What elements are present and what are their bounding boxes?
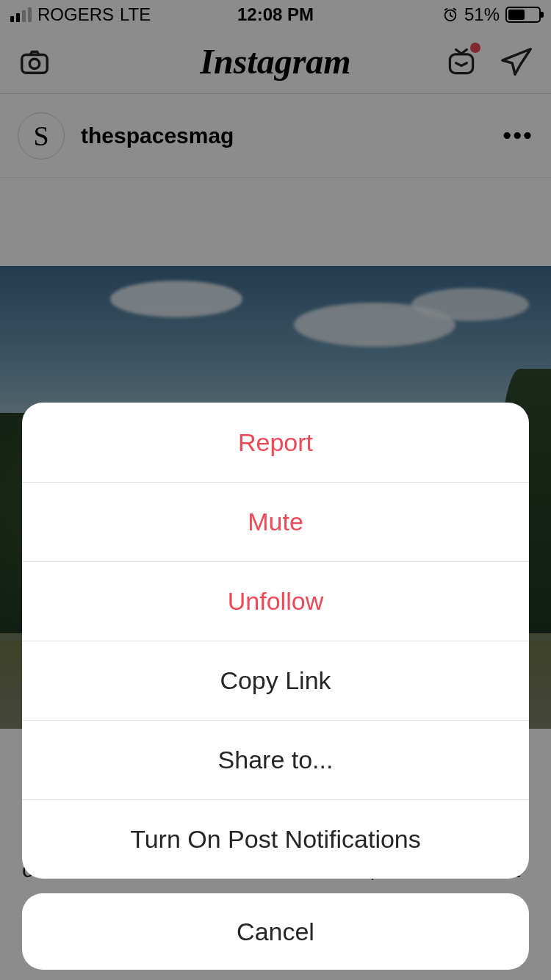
avatar-letter: S <box>33 120 48 152</box>
svg-point-2 <box>29 59 39 68</box>
share-to-button[interactable]: Share to... <box>22 720 529 799</box>
status-bar: ROGERS LTE 12:08 PM 51% <box>0 0 551 29</box>
direct-message-icon[interactable] <box>500 45 533 79</box>
notification-dot-icon <box>470 43 480 53</box>
action-sheet: Report Mute Unfollow Copy Link Share to.… <box>22 403 529 970</box>
network-label: LTE <box>120 4 151 25</box>
post-header: S thespacesmag ••• <box>0 94 551 178</box>
svg-rect-3 <box>450 54 472 73</box>
cancel-button[interactable]: Cancel <box>22 893 529 970</box>
signal-icon <box>10 7 32 22</box>
alarm-icon <box>442 7 458 23</box>
unfollow-button[interactable]: Unfollow <box>22 561 529 641</box>
brand-logo: Instagram <box>200 41 350 82</box>
copy-link-button[interactable]: Copy Link <box>22 641 529 720</box>
report-button[interactable]: Report <box>22 403 529 482</box>
svg-rect-1 <box>22 54 48 73</box>
app-nav: Instagram <box>0 29 551 94</box>
post-username[interactable]: thespacesmag <box>81 123 234 148</box>
more-options-icon[interactable]: ••• <box>503 121 533 150</box>
mute-button[interactable]: Mute <box>22 482 529 561</box>
battery-icon <box>505 7 541 23</box>
status-time: 12:08 PM <box>237 4 314 25</box>
avatar[interactable]: S <box>18 112 65 159</box>
post-notifications-button[interactable]: Turn On Post Notifications <box>22 799 529 879</box>
carrier-label: ROGERS <box>37 4 114 25</box>
battery-pct: 51% <box>464 4 500 25</box>
camera-icon[interactable] <box>18 45 51 79</box>
igtv-icon[interactable] <box>445 46 478 78</box>
